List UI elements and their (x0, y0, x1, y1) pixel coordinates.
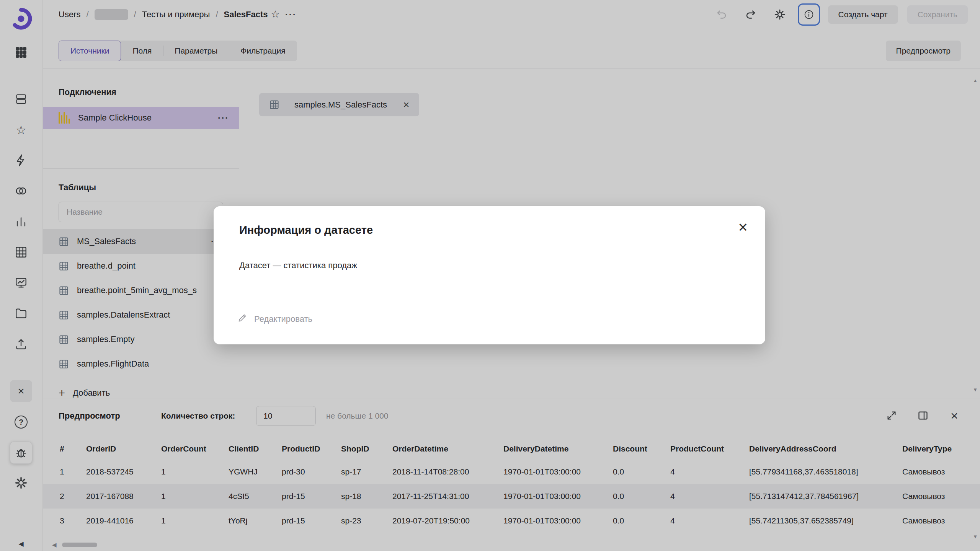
modal-title: Информация о датасете (239, 224, 373, 236)
dataset-info-modal: Информация о датасете × Датасет — статис… (214, 206, 765, 344)
modal-close-button[interactable]: × (738, 219, 748, 235)
edit-label: Редактировать (254, 314, 312, 324)
dataset-description: Датасет — статистика продаж (239, 261, 357, 271)
pencil-icon (237, 313, 248, 325)
edit-description-button[interactable]: Редактировать (237, 313, 312, 325)
